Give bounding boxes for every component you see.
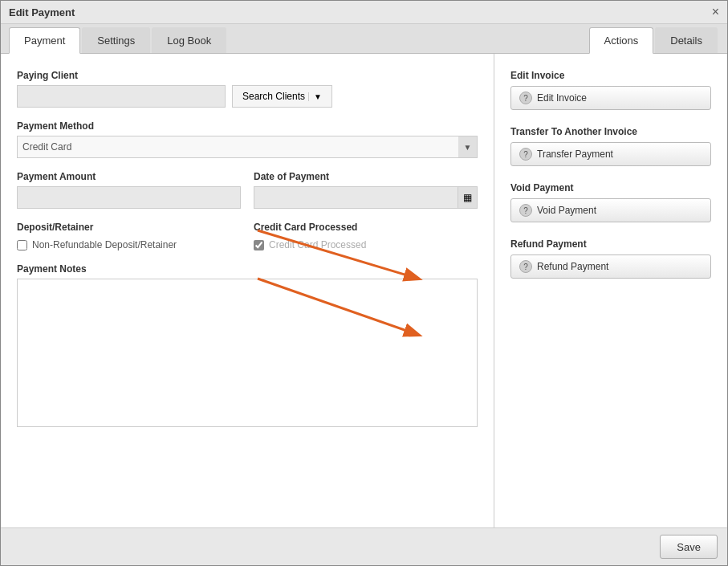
- refund-payment-btn-label: Refund Payment: [537, 261, 608, 272]
- transfer-help-icon: ?: [519, 148, 532, 161]
- cc-processed-label: Credit Card Processed: [254, 222, 478, 233]
- amount-date-row: Payment Amount Date of Payment ▦: [17, 171, 478, 222]
- payment-method-wrapper: Credit Card Cash Check Bank Transfer ▼: [17, 136, 478, 158]
- edit-invoice-button[interactable]: ? Edit Invoice: [510, 86, 711, 110]
- right-panel: Edit Invoice ? Edit Invoice Transfer To …: [494, 54, 727, 527]
- left-panel: Paying Client Search Clients ▼ Payment M…: [1, 54, 494, 527]
- tab-actions[interactable]: Actions: [589, 27, 654, 54]
- deposit-section: Deposit/Retainer Non-Refundable Deposit/…: [17, 222, 241, 250]
- cc-processed-checkbox[interactable]: [254, 240, 264, 250]
- deposit-checkbox[interactable]: [17, 240, 27, 250]
- search-clients-label: Search Clients: [242, 91, 305, 102]
- date-of-payment-group: Date of Payment ▦: [254, 171, 478, 209]
- edit-invoice-help-icon: ?: [519, 92, 532, 104]
- deposit-cc-row: Deposit/Retainer Non-Refundable Deposit/…: [17, 222, 478, 250]
- refund-payment-section: Refund Payment ? Refund Payment: [510, 238, 711, 279]
- payment-notes-textarea[interactable]: [17, 279, 478, 427]
- save-button[interactable]: Save: [660, 535, 718, 559]
- calendar-icon: ▦: [463, 192, 472, 203]
- transfer-payment-button[interactable]: ? Transfer Payment: [510, 142, 711, 166]
- payment-amount-label: Payment Amount: [17, 171, 241, 182]
- close-button[interactable]: ×: [712, 6, 719, 18]
- paying-client-input[interactable]: [17, 85, 226, 108]
- void-payment-button[interactable]: ? Void Payment: [510, 198, 711, 222]
- refund-payment-button[interactable]: ? Refund Payment: [510, 254, 711, 279]
- deposit-checkbox-label: Non-Refundable Deposit/Retainer: [32, 239, 177, 250]
- paying-client-group: Paying Client Search Clients ▼: [17, 70, 478, 108]
- tab-payment[interactable]: Payment: [9, 27, 80, 54]
- edit-invoice-section: Edit Invoice ? Edit Invoice: [510, 70, 711, 110]
- cc-processed-checkbox-row[interactable]: Credit Card Processed: [254, 239, 478, 250]
- payment-method-group: Payment Method Credit Card Cash Check Ba…: [17, 120, 478, 158]
- modal-title: Edit Payment: [9, 6, 75, 18]
- tab-details[interactable]: Details: [655, 27, 718, 53]
- void-payment-btn-label: Void Payment: [537, 205, 596, 216]
- modal-title-bar: Edit Payment ×: [1, 1, 727, 24]
- payment-method-select[interactable]: Credit Card Cash Check Bank Transfer: [17, 136, 478, 158]
- payment-method-label: Payment Method: [17, 120, 478, 132]
- payment-notes-label: Payment Notes: [17, 263, 478, 275]
- transfer-section-label: Transfer To Another Invoice: [510, 126, 711, 137]
- payment-notes-group: Payment Notes: [17, 263, 478, 430]
- tab-logbook[interactable]: Log Book: [152, 27, 226, 53]
- search-clients-button[interactable]: Search Clients ▼: [232, 85, 332, 108]
- tab-settings[interactable]: Settings: [82, 27, 150, 53]
- date-of-payment-input[interactable]: [254, 186, 458, 209]
- cc-processed-section: Credit Card Processed Credit Card Proces…: [254, 222, 478, 250]
- deposit-label: Deposit/Retainer: [17, 222, 241, 233]
- transfer-section: Transfer To Another Invoice ? Transfer P…: [510, 126, 711, 166]
- payment-amount-group: Payment Amount: [17, 171, 241, 209]
- void-help-icon: ?: [519, 204, 532, 217]
- cc-processed-checkbox-label: Credit Card Processed: [269, 239, 366, 250]
- date-of-payment-label: Date of Payment: [254, 171, 478, 182]
- search-clients-dropdown-icon[interactable]: ▼: [308, 92, 322, 101]
- deposit-checkbox-row[interactable]: Non-Refundable Deposit/Retainer: [17, 239, 241, 250]
- edit-invoice-section-label: Edit Invoice: [510, 70, 711, 81]
- paying-client-label: Paying Client: [17, 70, 478, 81]
- modal-body: Paying Client Search Clients ▼ Payment M…: [1, 54, 727, 527]
- void-payment-section: Void Payment ? Void Payment: [510, 182, 711, 222]
- void-payment-section-label: Void Payment: [510, 182, 711, 193]
- edit-invoice-btn-label: Edit Invoice: [537, 92, 587, 104]
- tabs-bar: Payment Settings Log Book Actions Detail…: [1, 24, 727, 54]
- refund-payment-section-label: Refund Payment: [510, 238, 711, 250]
- transfer-btn-label: Transfer Payment: [537, 149, 613, 160]
- modal-footer: Save: [1, 527, 727, 565]
- payment-amount-input[interactable]: [17, 186, 241, 209]
- refund-help-icon: ?: [519, 260, 532, 273]
- paying-client-row: Search Clients ▼: [17, 85, 478, 108]
- edit-payment-modal: Edit Payment × Payment Settings Log Book…: [0, 0, 728, 566]
- calendar-button[interactable]: ▦: [458, 186, 478, 209]
- date-input-wrapper: ▦: [254, 186, 478, 209]
